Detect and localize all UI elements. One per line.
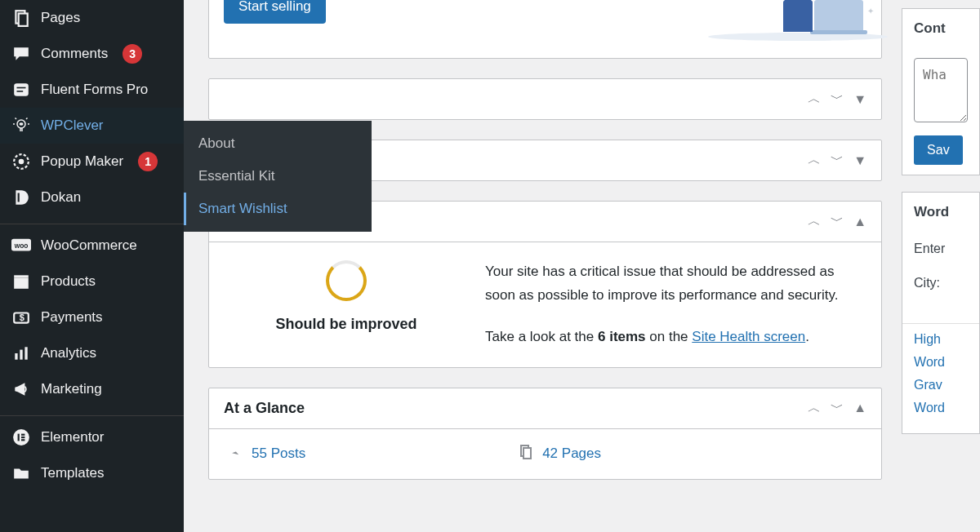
chevron-down-icon[interactable]: ﹀: [831, 400, 844, 417]
sidebar-label: Popup Maker: [41, 153, 123, 170]
flyout-smart-wishlist[interactable]: Smart Wishlist: [184, 193, 372, 225]
flyout-essential-kit[interactable]: Essential Kit: [184, 160, 372, 193]
sidebar-label: Elementor: [41, 429, 104, 446]
toggle-triangle-icon[interactable]: ▼: [853, 92, 866, 107]
site-health-link[interactable]: Site Health screen: [692, 329, 805, 344]
draft-content-input[interactable]: [914, 58, 968, 122]
svg-rect-4: [17, 91, 24, 92]
svg-rect-22: [21, 439, 24, 441]
sidebar-label: Pages: [41, 10, 80, 26]
glance-posts[interactable]: 55 Posts: [227, 444, 305, 464]
notification-badge: 3: [122, 44, 142, 64]
right-link-1[interactable]: High: [914, 332, 968, 347]
svg-rect-24: [814, 0, 863, 33]
welcome-illustration: ✦ ✦ ✦: [708, 0, 896, 41]
toggle-triangle-icon[interactable]: ▲: [853, 401, 866, 415]
at-a-glance-card: At a Glance ︿ ﹀ ▲ 55 Posts 42 Pages: [208, 388, 882, 480]
sidebar-label: Comments: [41, 46, 108, 62]
popup-icon: [11, 152, 31, 171]
sidebar-label: Products: [41, 273, 96, 290]
quick-draft-title: Cont: [902, 9, 979, 48]
woo-icon: woo: [11, 236, 31, 255]
sidebar-item-products[interactable]: Products: [0, 264, 184, 299]
sidebar-item-dokan[interactable]: Dokan: [0, 180, 184, 215]
svg-rect-16: [20, 350, 22, 360]
chevron-up-icon[interactable]: ︿: [808, 152, 821, 169]
right-link-4[interactable]: Word: [914, 401, 968, 415]
svg-point-6: [20, 122, 24, 126]
svg-rect-25: [810, 30, 867, 34]
pin-icon: [227, 444, 243, 464]
sidebar-item-payments[interactable]: $ Payments: [0, 299, 184, 335]
health-message-2: Take a look at the 6 items on the Site H…: [485, 326, 858, 349]
svg-text:$: $: [20, 313, 24, 322]
sidebar-label: WPClever: [41, 117, 104, 134]
admin-sidebar: Pages Comments 3 Fluent Forms Pro WPClev…: [0, 0, 184, 532]
welcome-card: receiving orders. Start selling ✦ ✦ ✦: [208, 0, 882, 59]
sidebar-label: WooCommerce: [41, 237, 137, 254]
svg-rect-20: [21, 434, 24, 436]
folder-icon: [11, 463, 31, 483]
svg-rect-2: [14, 83, 29, 95]
events-line-1: Enter: [914, 242, 968, 256]
chevron-down-icon[interactable]: ﹀: [831, 213, 844, 230]
svg-rect-17: [24, 347, 27, 359]
sidebar-label: Fluent Forms Pro: [41, 82, 148, 98]
events-title: Word: [902, 193, 979, 232]
toggle-triangle-icon[interactable]: ▲: [853, 215, 866, 229]
chevron-down-icon[interactable]: ﹀: [831, 91, 844, 108]
sidebar-item-elementor[interactable]: Elementor: [0, 415, 184, 455]
dashboard-main: receiving orders. Start selling ✦ ✦ ✦: [184, 0, 980, 532]
svg-text:woo: woo: [14, 242, 29, 250]
chevron-up-icon[interactable]: ︿: [808, 400, 821, 417]
svg-rect-3: [17, 87, 26, 89]
glance-title: At a Glance: [224, 400, 305, 417]
secondary-column: Cont Sav Word Enter City: High Word Grav…: [902, 0, 980, 532]
svg-rect-12: [14, 275, 29, 277]
svg-text:✦: ✦: [867, 7, 874, 16]
chevron-up-icon[interactable]: ︿: [808, 91, 821, 108]
svg-rect-33: [523, 448, 531, 459]
payments-icon: $: [11, 308, 31, 327]
flyout-about[interactable]: About: [184, 127, 372, 160]
comment-icon: [11, 44, 31, 64]
toggle-triangle-icon[interactable]: ▼: [853, 153, 866, 168]
svg-rect-19: [18, 434, 20, 441]
events-line-2: City:: [914, 276, 968, 290]
sidebar-item-comments[interactable]: Comments 3: [0, 36, 184, 72]
svg-rect-11: [14, 278, 29, 289]
chevron-down-icon[interactable]: ﹀: [831, 152, 844, 169]
products-icon: [11, 272, 31, 291]
start-selling-button[interactable]: Start selling: [224, 0, 326, 24]
megaphone-icon: [11, 379, 31, 399]
svg-rect-21: [21, 437, 24, 438]
sidebar-label: Marketing: [41, 381, 102, 397]
sidebar-label: Analytics: [41, 345, 96, 361]
glance-pages[interactable]: 42 Pages: [518, 444, 601, 464]
sidebar-item-analytics[interactable]: Analytics: [0, 335, 184, 371]
chevron-up-icon[interactable]: ︿: [808, 213, 821, 230]
health-message-1: Your site has a critical issue that shou…: [485, 260, 858, 308]
dokan-icon: [11, 188, 31, 207]
sidebar-item-fluent-forms[interactable]: Fluent Forms Pro: [0, 72, 184, 108]
collapsed-panel-1: ︿ ﹀ ▼: [208, 78, 882, 120]
sidebar-label: Payments: [41, 309, 103, 326]
sidebar-item-woocommerce[interactable]: woo WooCommerce: [0, 224, 184, 264]
sidebar-item-popup-maker[interactable]: Popup Maker 1: [0, 144, 184, 180]
save-draft-button[interactable]: Sav: [914, 135, 963, 165]
pages-icon: [518, 444, 534, 464]
right-link-2[interactable]: Word: [914, 355, 968, 370]
sidebar-item-wpclever[interactable]: WPClever: [0, 108, 184, 144]
form-icon: [11, 80, 31, 100]
sidebar-item-marketing[interactable]: Marketing: [0, 371, 184, 407]
elementor-icon: [11, 428, 31, 447]
svg-rect-1: [19, 14, 28, 26]
sidebar-item-pages[interactable]: Pages: [0, 0, 184, 36]
analytics-icon: [11, 344, 31, 363]
sidebar-item-templates[interactable]: Templates: [0, 455, 184, 491]
notification-badge: 1: [138, 152, 158, 171]
svg-point-8: [19, 159, 24, 165]
sidebar-label: Templates: [41, 465, 104, 481]
right-link-3[interactable]: Grav: [914, 378, 968, 392]
pages-icon: [11, 8, 31, 28]
